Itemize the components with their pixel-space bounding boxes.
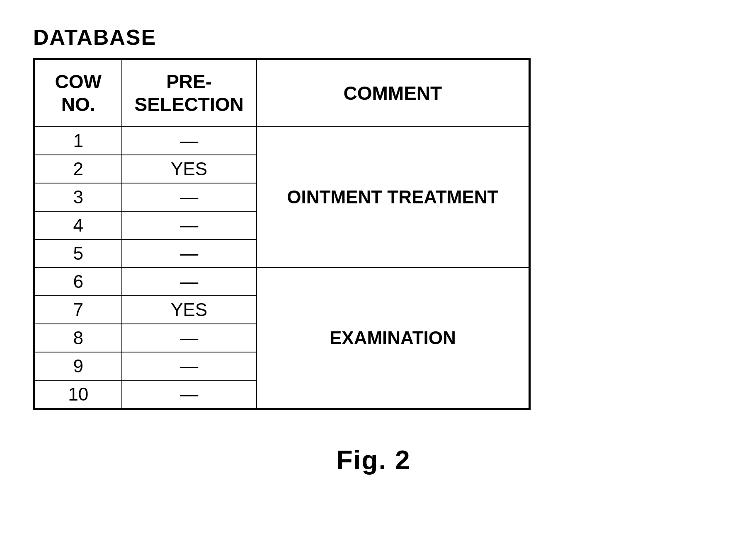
database-table-wrapper: COW NO. PRE-SELECTION COMMENT 1 — OINTME… xyxy=(33,58,531,410)
page-container: DATABASE COW NO. PRE-SELECTION COMMENT 1… xyxy=(0,0,747,560)
cow-no-cell: 8 xyxy=(35,324,122,352)
cow-no-cell: 1 xyxy=(35,127,122,155)
cow-no-cell: 3 xyxy=(35,183,122,211)
pre-selection-cell: YES xyxy=(122,155,257,183)
cow-no-cell: 9 xyxy=(35,352,122,380)
pre-selection-cell: YES xyxy=(122,296,257,324)
cow-no-cell: 5 xyxy=(35,239,122,268)
pre-selection-cell: — xyxy=(122,239,257,268)
pre-selection-cell: — xyxy=(122,380,257,408)
figure-caption: Fig. 2 xyxy=(33,445,714,476)
pre-selection-cell: — xyxy=(122,324,257,352)
database-table: COW NO. PRE-SELECTION COMMENT 1 — OINTME… xyxy=(34,59,529,409)
pre-selection-cell: — xyxy=(122,183,257,211)
pre-selection-cell: — xyxy=(122,211,257,239)
cow-no-cell: 10 xyxy=(35,380,122,408)
header-comment: COMMENT xyxy=(257,60,529,127)
pre-selection-cell: — xyxy=(122,127,257,155)
table-row: 6 — EXAMINATION xyxy=(35,268,529,296)
cow-no-cell: 7 xyxy=(35,296,122,324)
pre-selection-cell: — xyxy=(122,352,257,380)
comment-cell-examination: EXAMINATION xyxy=(257,268,529,408)
cow-no-cell: 6 xyxy=(35,268,122,296)
table-header-row: COW NO. PRE-SELECTION COMMENT xyxy=(35,60,529,127)
comment-cell-ointment: OINTMENT TREATMENT xyxy=(257,127,529,268)
header-cow-no: COW NO. xyxy=(35,60,122,127)
database-title: DATABASE xyxy=(33,25,714,50)
cow-no-cell: 2 xyxy=(35,155,122,183)
pre-selection-cell: — xyxy=(122,268,257,296)
header-pre-selection: PRE-SELECTION xyxy=(122,60,257,127)
cow-no-cell: 4 xyxy=(35,211,122,239)
table-row: 1 — OINTMENT TREATMENT xyxy=(35,127,529,155)
